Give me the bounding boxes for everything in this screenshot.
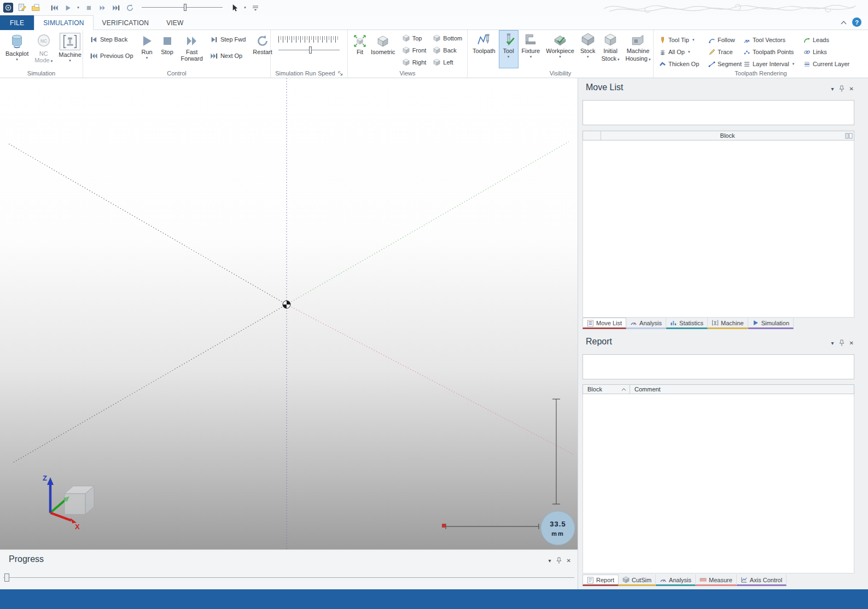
tab-statistics[interactable]: Statistics — [666, 318, 708, 329]
titlebar-speed-slider-handle[interactable] — [184, 4, 187, 11]
report-grid-body[interactable] — [582, 394, 854, 573]
item-label: Links — [813, 49, 827, 55]
stop-button-ribbon[interactable]: Stop — [159, 30, 176, 68]
fixture-visibility-button[interactable]: Fixture ▾ — [519, 30, 543, 68]
tab-move-list[interactable]: Move List — [582, 318, 626, 329]
nc-mode-button[interactable]: NC NC Mode▾ — [32, 30, 55, 68]
report-comment-column-header[interactable]: Comment — [630, 386, 854, 393]
item-label: Current Layer — [813, 61, 849, 67]
run-speed-slider[interactable] — [278, 46, 340, 54]
move-list-tab-bar: Move List Analysis Statistics Machine Si… — [582, 318, 794, 329]
go-to-start-button[interactable] — [48, 2, 60, 14]
fit-button[interactable]: Fit — [351, 30, 369, 68]
chevron-down-icon: ▾ — [587, 55, 589, 59]
initial-stock-visibility-button[interactable]: Initial Stock▾ — [599, 30, 622, 68]
help-icon[interactable]: ? — [852, 17, 861, 27]
stop-button[interactable] — [83, 2, 95, 14]
view-right-button[interactable]: Right — [400, 56, 429, 68]
progress-menu-icon[interactable]: ▾ — [549, 558, 551, 564]
tool-vectors-toggle[interactable]: Tool Vectors — [743, 34, 803, 46]
isometric-button[interactable]: Isometric — [369, 30, 398, 68]
tab-analysis-report[interactable]: Analysis — [656, 575, 696, 586]
machine-simulation-button[interactable]: Machine ▾ — [56, 30, 84, 68]
dialog-launcher-icon[interactable] — [338, 71, 343, 76]
run-speed-slider-handle[interactable] — [309, 46, 312, 54]
progress-pin-icon[interactable] — [556, 557, 562, 564]
leads-toggle[interactable]: Leads — [803, 34, 854, 46]
layer-interval-toggle[interactable]: Layer Interval▾ — [743, 58, 803, 70]
tab-simulation-panel[interactable]: Simulation — [748, 318, 794, 329]
app-icon[interactable] — [2, 2, 14, 14]
tab-machine[interactable]: Machine — [708, 318, 748, 329]
move-list-block-column-header[interactable]: Block — [601, 132, 854, 139]
replay-button[interactable] — [124, 2, 136, 14]
segment-toggle[interactable]: Segment — [708, 58, 743, 70]
toolpath-points-toggle[interactable]: Toolpath Points — [743, 46, 803, 58]
report-menu-icon[interactable]: ▾ — [831, 340, 834, 346]
group-label-toolpath-rendering: Toolpath Rendering — [654, 70, 868, 77]
backplot-button[interactable]: Backplot ▾ — [3, 30, 31, 68]
customize-toolbar-button[interactable] — [249, 2, 261, 14]
links-toggle[interactable]: Links — [803, 46, 854, 58]
view-top-button[interactable]: Top — [400, 32, 429, 44]
report-close-icon[interactable]: ✕ — [849, 340, 854, 346]
tool-visibility-button[interactable]: Tool ▾ — [499, 30, 519, 68]
play-dropdown-icon[interactable]: ▾ — [75, 5, 81, 10]
report-filter-box[interactable] — [582, 354, 854, 379]
progress-slider[interactable] — [3, 573, 574, 582]
collapse-ribbon-icon[interactable] — [841, 19, 847, 26]
follow-toggle[interactable]: Follow — [708, 34, 743, 46]
tab-verification[interactable]: VERIFICATION — [94, 15, 158, 30]
tab-view[interactable]: VIEW — [158, 15, 192, 30]
move-list-pin-icon[interactable] — [839, 85, 844, 92]
step-back-button[interactable]: Step Back — [88, 34, 136, 45]
tab-cutsim[interactable]: CutSim — [619, 575, 656, 586]
tab-report[interactable]: Report — [582, 575, 619, 586]
toolpath-visibility-button[interactable]: Toolpath — [470, 30, 498, 68]
view-back-button[interactable]: Back — [430, 44, 464, 56]
move-list-menu-icon[interactable]: ▾ — [831, 86, 834, 92]
tab-measure[interactable]: Measure — [696, 575, 737, 586]
view-left-button[interactable]: Left — [430, 56, 464, 68]
stock-visibility-button[interactable]: Stock ▾ — [578, 30, 598, 68]
move-list-grid-body[interactable] — [582, 140, 854, 318]
tab-file[interactable]: FILE — [0, 15, 34, 30]
tab-analysis[interactable]: Analysis — [626, 318, 666, 329]
progress-slider-handle[interactable] — [4, 573, 9, 582]
previous-op-button[interactable]: Previous Op — [88, 50, 136, 61]
trace-toggle[interactable]: Trace — [708, 46, 743, 58]
move-list-close-icon[interactable]: ✕ — [849, 86, 854, 92]
report-pin-icon[interactable] — [839, 339, 844, 347]
fast-forward-button-ribbon[interactable]: Fast Forward — [179, 30, 205, 68]
thicken-op-toggle[interactable]: Thicken Op — [659, 58, 708, 70]
machine-housing-visibility-button[interactable]: Machine Housing▾ — [623, 30, 654, 68]
fast-forward-button[interactable] — [96, 2, 108, 14]
group-label-simulation: Simulation — [0, 70, 83, 77]
viewport-3d[interactable]: Z X 33.5 mm — [0, 78, 578, 549]
next-op-button[interactable]: Next Op — [208, 50, 248, 61]
button-label: Mode▾ — [34, 57, 53, 65]
tab-axis-control[interactable]: Axis Control — [737, 575, 787, 586]
edit-document-icon[interactable] — [16, 2, 28, 14]
run-button[interactable]: Run ▾ — [138, 30, 156, 68]
progress-close-icon[interactable]: ✕ — [567, 558, 571, 564]
open-folder-icon[interactable] — [30, 2, 42, 14]
move-list-row-header-column[interactable] — [583, 131, 601, 140]
all-op-toggle[interactable]: All Op▾ — [659, 46, 708, 58]
view-bottom-button[interactable]: Bottom — [430, 32, 464, 44]
workpiece-visibility-button[interactable]: Workpiece ▾ — [543, 30, 577, 68]
cursor-dropdown-icon[interactable]: ▾ — [242, 5, 248, 10]
tool-tip-toggle[interactable]: Tool Tip▾ — [659, 34, 708, 46]
current-layer-toggle[interactable]: Current Layer — [803, 58, 854, 70]
move-list-filter-box[interactable] — [582, 100, 854, 125]
step-fwd-button[interactable]: Step Fwd — [208, 34, 248, 45]
report-block-column-header[interactable]: Block — [583, 385, 630, 394]
view-front-button[interactable]: Front — [400, 44, 429, 56]
column-options-icon[interactable] — [845, 133, 853, 139]
cursor-select-button[interactable] — [229, 2, 241, 14]
tab-simulation[interactable]: SIMULATION — [34, 15, 93, 30]
tool-vectors-icon — [743, 37, 750, 44]
go-to-end-button[interactable] — [110, 2, 122, 14]
play-button[interactable] — [62, 2, 74, 14]
titlebar-speed-slider[interactable] — [142, 3, 223, 12]
